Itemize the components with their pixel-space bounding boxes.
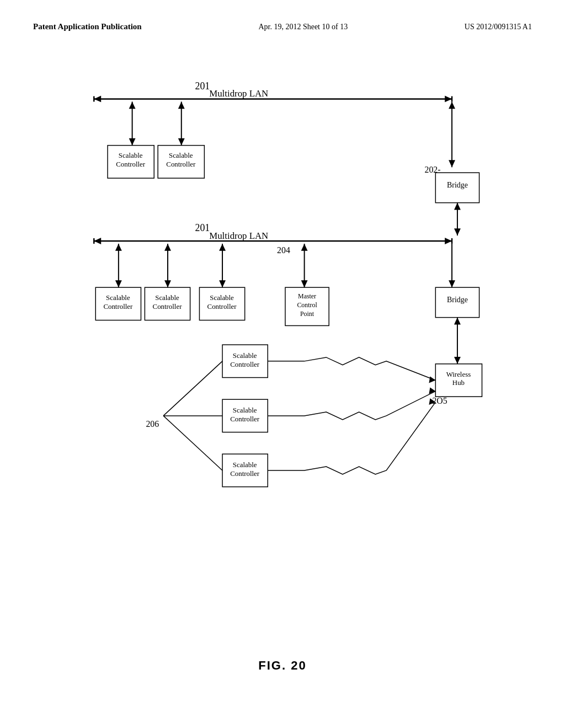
svg-marker-33 <box>219 280 226 287</box>
box-bridge-bottom: Bridge <box>447 296 468 304</box>
svg-marker-12 <box>449 101 455 109</box>
svg-marker-10 <box>178 138 185 146</box>
box-bridge-top: Bridge <box>447 181 468 189</box>
box-sc3: Scalable <box>106 294 130 302</box>
publication-title: Patent Application Publication <box>33 22 142 31</box>
ref-204: 204 <box>277 245 290 255</box>
box-master-b: Control <box>297 301 317 309</box>
box-sc7: Scalable <box>233 406 257 414</box>
svg-marker-46 <box>454 318 461 325</box>
svg-line-51 <box>163 361 222 416</box>
svg-marker-18 <box>454 203 461 210</box>
box-sc6: Scalable <box>233 352 257 360</box>
box-sc3-b: Controller <box>103 303 133 311</box>
svg-line-53 <box>163 416 222 470</box>
box-sc5: Scalable <box>210 294 234 302</box>
svg-marker-7 <box>129 138 136 146</box>
box-sc2: Scalable <box>169 152 193 159</box>
box-sc1: Scalable <box>119 152 143 159</box>
ref-201-top: 201 <box>195 81 210 92</box>
svg-marker-6 <box>129 101 136 109</box>
box-sc5-b: Controller <box>207 303 237 311</box>
ref-201-bottom: 201 <box>195 222 210 233</box>
box-sc2-b: Controller <box>166 160 196 168</box>
svg-marker-32 <box>219 244 226 251</box>
publication-number: US 2012/0091315 A1 <box>465 23 532 31</box>
svg-marker-23 <box>94 238 101 244</box>
fig20-svg: 201 Multidrop LAN Scalable Controller Sc… <box>33 66 532 640</box>
lan-bottom-label: Multidrop LAN <box>209 231 268 241</box>
box-wireless-hub-b: Hub <box>452 379 465 387</box>
svg-marker-38 <box>449 280 455 287</box>
svg-marker-13 <box>449 160 455 167</box>
svg-marker-9 <box>178 101 185 109</box>
svg-marker-35 <box>301 244 308 251</box>
svg-marker-24 <box>445 238 452 244</box>
box-sc4-b: Controller <box>153 303 183 311</box>
box-sc8-b: Controller <box>230 470 260 478</box>
diagram-container: 201 Multidrop LAN Scalable Controller Sc… <box>33 66 532 640</box>
box-sc4: Scalable <box>155 294 179 302</box>
svg-marker-19 <box>454 228 461 235</box>
svg-marker-54 <box>429 377 435 383</box>
svg-marker-4 <box>445 95 452 102</box>
ref-206: 206 <box>146 419 159 429</box>
box-sc8: Scalable <box>233 461 257 469</box>
svg-marker-27 <box>115 280 122 287</box>
svg-marker-26 <box>115 244 122 251</box>
publication-date-sheet: Apr. 19, 2012 Sheet 10 of 13 <box>258 23 348 31</box>
box-sc7-b: Controller <box>230 415 260 423</box>
svg-marker-3 <box>94 95 101 102</box>
box-sc6-b: Controller <box>230 361 260 368</box>
box-wireless-hub: Wireless <box>446 371 471 378</box>
svg-marker-29 <box>164 244 171 251</box>
lan-top-label: Multidrop LAN <box>209 88 268 99</box>
box-sc1-b: Controller <box>116 160 146 168</box>
svg-marker-45 <box>454 357 461 364</box>
svg-marker-36 <box>301 280 308 287</box>
svg-marker-30 <box>164 280 171 287</box>
box-master: Master <box>298 292 316 300</box>
page-header: Patent Application Publication Apr. 19, … <box>33 22 532 31</box>
figure-caption: FIG. 20 <box>258 659 306 673</box>
box-master-c: Point <box>300 310 315 318</box>
